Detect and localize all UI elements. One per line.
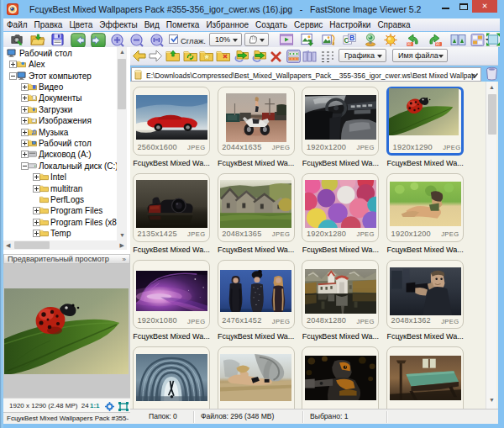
svg-text:90: 90 bbox=[407, 42, 412, 46]
svg-text:B: B bbox=[349, 34, 354, 42]
svg-text:90: 90 bbox=[436, 42, 441, 46]
